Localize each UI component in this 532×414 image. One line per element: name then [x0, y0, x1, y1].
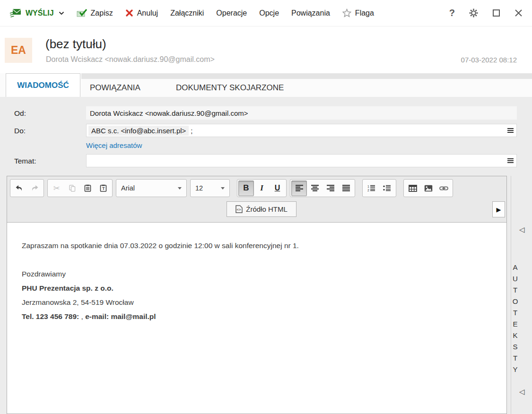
- recipient-chip[interactable]: ABC s.c. <info@abc.insert.pl>: [88, 126, 189, 136]
- cancel-label: Anuluj: [137, 9, 158, 17]
- editor-toolbar: ✂: [7, 176, 506, 223]
- clipboard-group: ✂: [47, 179, 113, 197]
- body-paragraph: Zapraszam na spotkanie dnia 07.03.2022 o…: [22, 242, 489, 250]
- gear-icon[interactable]: [469, 9, 478, 17]
- subject-field: [86, 154, 517, 167]
- recipient-separator: ;: [191, 127, 192, 135]
- save-label: Zapisz: [91, 9, 113, 17]
- message-header: EA (bez tytułu) Dorota Wciskacz <nowak.d…: [0, 26, 532, 73]
- chevron-down-icon: [221, 187, 225, 190]
- message-sender: Dorota Wciskacz <nowak.dariusz.90@gmail.…: [46, 55, 215, 64]
- svg-text:<>: <>: [237, 207, 241, 212]
- message-title: (bez tytułu): [45, 37, 106, 52]
- send-envelope-icon: [9, 8, 22, 18]
- collapse-left-icon[interactable]: ◁: [511, 225, 532, 234]
- undo-button[interactable]: [11, 181, 27, 196]
- paste-as-text-icon[interactable]: T: [96, 181, 111, 196]
- maximize-icon[interactable]: [492, 9, 500, 17]
- window-controls: ?: [449, 8, 523, 18]
- paste-icon[interactable]: [80, 181, 96, 196]
- insert-group: [403, 179, 453, 197]
- options-button[interactable]: Opcje: [259, 9, 279, 17]
- list-group: 1 2: [362, 179, 396, 197]
- from-label: Od:: [14, 109, 26, 118]
- svg-text:T: T: [102, 186, 105, 191]
- send-button[interactable]: WYŚLIJ: [9, 8, 64, 18]
- align-right-button[interactable]: [323, 181, 338, 196]
- window-toolbar: WYŚLIJ Zapisz Anuluj: [0, 0, 532, 26]
- tab-dokumenty-skojarzone[interactable]: DOKUMENTY SKOJARZONE: [176, 79, 284, 97]
- to-field[interactable]: ABC s.c. <info@abc.insert.pl> ;: [86, 124, 517, 137]
- rich-text-editor: ✂: [7, 176, 507, 414]
- copy-icon[interactable]: [64, 181, 80, 196]
- tab-bar: WIADOMOŚĆ POWIĄZANIA DOKUMENTY SKOJARZON…: [0, 73, 532, 97]
- body-greeting: Pozdrawiamy: [22, 267, 489, 281]
- message-form: Od: Dorota Wciskacz <nowak.dariusz.90@gm…: [0, 97, 532, 414]
- html-source-button[interactable]: <> Źródło HTML: [227, 201, 297, 217]
- insert-table-icon[interactable]: [405, 181, 420, 196]
- subject-menu-icon[interactable]: [507, 158, 514, 163]
- autoteksty-label[interactable]: AUTOTEKSTY: [511, 261, 532, 379]
- align-center-button[interactable]: [307, 181, 323, 196]
- bold-button[interactable]: B: [238, 181, 254, 196]
- insert-link-icon[interactable]: [436, 181, 452, 196]
- tab-wiadomosc[interactable]: WIADOMOŚĆ: [6, 73, 80, 97]
- send-label: WYŚLIJ: [26, 9, 54, 17]
- alignment-group: [290, 179, 355, 197]
- underline-button[interactable]: U: [270, 181, 285, 196]
- flag-button[interactable]: Flaga: [342, 9, 374, 17]
- to-menu-icon[interactable]: [507, 128, 514, 133]
- signature-address: Jerzmanowska 2, 54-519 Wrocław: [22, 295, 489, 310]
- font-name-group: Arial: [116, 179, 187, 197]
- svg-text:2: 2: [367, 189, 369, 191]
- from-field: Dorota Wciskacz <nowak.dariusz.90@gmail.…: [86, 106, 517, 120]
- undo-redo-group: [10, 179, 44, 197]
- cut-icon[interactable]: ✂: [49, 181, 64, 196]
- message-body[interactable]: Zapraszam na spotkanie dnia 07.03.2022 o…: [7, 223, 506, 414]
- flag-label: Flaga: [355, 9, 374, 17]
- ordered-list-icon[interactable]: 1 2: [364, 181, 379, 196]
- svg-text:1: 1: [367, 185, 369, 188]
- tab-powiazania[interactable]: POWIĄZANIA: [90, 79, 140, 97]
- italic-button[interactable]: I: [254, 181, 270, 196]
- operations-button[interactable]: Operacje: [216, 9, 247, 17]
- font-name-select[interactable]: Arial: [117, 181, 185, 196]
- email-compose-window: WYŚLIJ Zapisz Anuluj: [0, 0, 532, 414]
- send-dropdown-chevron-icon[interactable]: [59, 11, 64, 15]
- text-style-group: B I U: [237, 179, 287, 197]
- play-triangle-icon: ▶: [497, 206, 501, 213]
- insert-image-icon[interactable]: [420, 181, 436, 196]
- font-size-select[interactable]: 12: [192, 181, 228, 196]
- relations-button[interactable]: Powiązania: [291, 9, 330, 17]
- editor-toolbar-row2: <> Źródło HTML ▶: [7, 200, 506, 220]
- signature-contact: Tel. 123 456 789: , e-mail: mail@mail.pl: [22, 310, 489, 324]
- chevron-down-icon: [178, 187, 182, 190]
- save-envelope-check-icon: [77, 9, 87, 17]
- cancel-x-icon: [125, 9, 133, 17]
- cancel-button[interactable]: Anuluj: [125, 9, 158, 17]
- autoteksty-panel[interactable]: ◁ AUTOTEKSTY ◁: [511, 176, 532, 414]
- attachments-button[interactable]: Załączniki: [170, 9, 204, 17]
- to-label: Do:: [14, 127, 26, 135]
- help-button[interactable]: ?: [449, 8, 455, 18]
- close-icon[interactable]: [515, 9, 523, 17]
- font-size-group: 12: [190, 179, 230, 197]
- signature-company: PHU Prezentacja sp. z o.o.: [22, 281, 489, 295]
- align-justify-button[interactable]: [338, 181, 354, 196]
- tab-strip: [81, 73, 532, 79]
- save-button[interactable]: Zapisz: [77, 9, 113, 17]
- avatar: EA: [5, 38, 32, 63]
- bullet-list-icon[interactable]: [379, 181, 395, 196]
- html-source-icon: <>: [235, 205, 243, 213]
- expand-toolbar-button[interactable]: ▶: [492, 201, 505, 217]
- redo-button[interactable]: [27, 181, 43, 196]
- message-datetime: 07-03-2022 08:12: [461, 56, 517, 64]
- more-recipients-link[interactable]: Więcej adresatów: [86, 141, 142, 149]
- star-icon: [342, 9, 351, 17]
- subject-label: Temat:: [14, 157, 36, 165]
- collapse-left-icon[interactable]: ◁: [511, 388, 532, 396]
- align-left-button[interactable]: [291, 181, 307, 196]
- subject-input[interactable]: [88, 154, 507, 167]
